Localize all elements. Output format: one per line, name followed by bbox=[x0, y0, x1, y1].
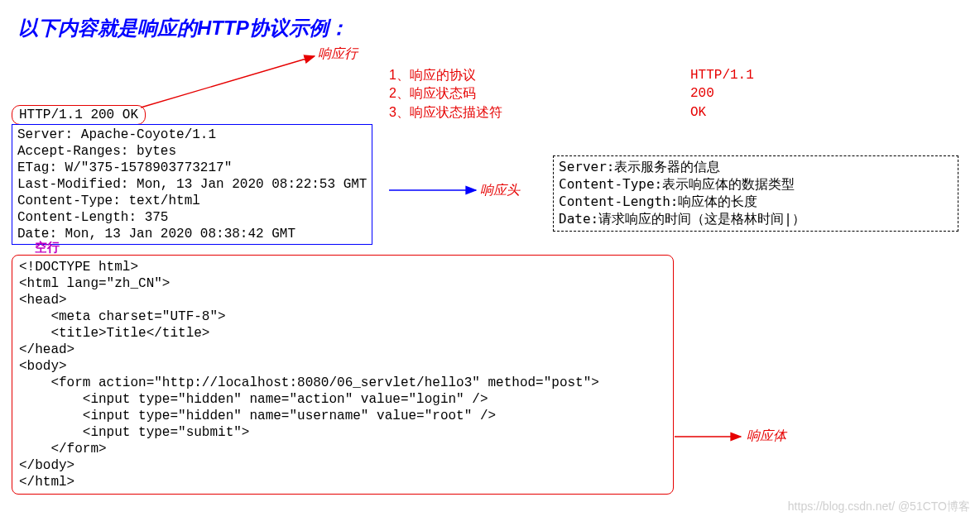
status-line: HTTP/1.1 200 OK bbox=[12, 105, 146, 125]
explain-line: Content-Length:响应体的长度 bbox=[559, 194, 953, 211]
response-body-label: 响应体 bbox=[747, 428, 786, 445]
response-line-value: HTTP/1.1 bbox=[690, 66, 754, 84]
response-header-label: 响应头 bbox=[480, 182, 520, 199]
explain-line: Content-Type:表示响应体的数据类型 bbox=[559, 176, 953, 194]
header-explain-box: Server:表示服务器的信息 Content-Type:表示响应体的数据类型 … bbox=[553, 155, 958, 232]
response-line-values: HTTP/1.1 200 OK bbox=[690, 66, 754, 122]
page-title: 以下内容就是响应的HTTP协议示例： bbox=[18, 15, 348, 41]
response-line-value: OK bbox=[690, 103, 754, 122]
response-line-value: 200 bbox=[690, 84, 754, 103]
response-line-label: 响应行 bbox=[318, 45, 358, 63]
arrow-to-response-line bbox=[141, 56, 315, 108]
http-headers: Server: Apache-Coyote/1.1 Accept-Ranges:… bbox=[12, 124, 372, 245]
http-body: <!DOCTYPE html> <html lang="zh_CN"> <hea… bbox=[12, 255, 674, 495]
watermark: https://blog.csdn.net/ @51CTO博客 bbox=[788, 499, 970, 514]
empty-line-label: 空行 bbox=[35, 240, 60, 256]
explain-line: Server:表示服务器的信息 bbox=[559, 159, 953, 176]
response-line-item: 3、响应状态描述符 bbox=[389, 103, 502, 122]
explain-line: Date:请求响应的时间（这是格林时间|） bbox=[559, 211, 953, 228]
response-line-item: 2、响应状态码 bbox=[389, 84, 502, 103]
response-line-item: 1、响应的协议 bbox=[389, 66, 502, 84]
response-line-list: 1、响应的协议 2、响应状态码 3、响应状态描述符 bbox=[389, 66, 502, 122]
